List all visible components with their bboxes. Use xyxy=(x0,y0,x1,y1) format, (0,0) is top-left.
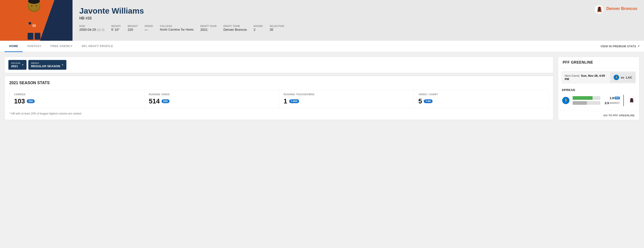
player-position: HB #33 xyxy=(79,16,580,20)
greenline-card: PFF GREENLINE Next Game: Sun, Nov 28, 4:… xyxy=(558,57,640,120)
player-image-area: 33 xyxy=(0,0,72,41)
next-game-row: Next Game: Sun, Nov 28, 4:05 PM vs LAC xyxy=(562,71,636,83)
market-bar-row: 2.5 MARKET xyxy=(572,101,620,105)
stats-title: 2021 SEASON STATS xyxy=(9,81,548,85)
spread-visual: 1.9 PFF 2.5 xyxy=(562,95,636,106)
tab-home[interactable]: HOME xyxy=(4,41,23,52)
pff-badge: PFF xyxy=(614,97,620,99)
player-name: Javonte Williams xyxy=(79,6,580,15)
player-photo: 33 xyxy=(7,0,61,41)
spread-divider xyxy=(624,95,624,106)
pff-bar-fill xyxy=(572,96,592,100)
broncos-spread-logo-icon xyxy=(628,96,636,105)
pff-bar-row: 1.9 PFF xyxy=(572,96,620,100)
stat-rushing-tds: RUSHING TOUCHDOWNS 1 T-45th xyxy=(279,90,414,108)
nav-tabs: HOME FANTASY FREE AGENCY NFL DRAFT PROFI… xyxy=(0,41,644,52)
svg-rect-12 xyxy=(35,33,40,40)
detail-draft-team: DRAFT TEAM Denver Broncos xyxy=(224,25,247,31)
team-logo-area[interactable]: Denver Broncos xyxy=(587,0,644,41)
detail-speed: SPEED — xyxy=(144,25,153,31)
detail-weight: WEIGHT 220 xyxy=(128,25,138,31)
tab-nfl-draft[interactable]: NFL DRAFT PROFILE xyxy=(77,41,118,52)
team-name[interactable]: Denver Broncos xyxy=(606,6,637,11)
stats-section: 2021 SEASON STATS CARRIES 103 25th RUSHI… xyxy=(4,76,553,120)
go-greenline-button[interactable]: GO TO PFF GREENLINE xyxy=(604,114,635,117)
lac-spread-logo-icon xyxy=(562,96,570,105)
stats-grid: CARRIES 103 25th RUSHING YARDS 514 20th xyxy=(9,90,548,108)
stat-carries: CARRIES 103 25th xyxy=(10,90,144,108)
svg-text:33: 33 xyxy=(32,24,36,27)
detail-selection: SELECTION 35 xyxy=(270,25,284,31)
next-game-opponent: vs LAC xyxy=(610,72,636,83)
svg-point-4 xyxy=(31,5,33,6)
greenline-header: PFF GREENLINE xyxy=(558,57,639,68)
weeks-dropdown[interactable]: WEEKS Regular Season ▼ xyxy=(28,60,66,70)
detail-round: ROUND 2 xyxy=(254,25,263,31)
next-game-info: Next Game: Sun, Nov 28, 4:05 PM xyxy=(562,72,610,83)
spread-bars: 1.9 PFF 2.5 xyxy=(572,96,620,105)
dob-value: 2000-04-25 (21.5) xyxy=(79,28,104,31)
opponent-label: vs LAC xyxy=(621,76,632,79)
greenline-footer: GO TO PFF GREENLINE xyxy=(558,111,639,120)
detail-dob: DOB 2000-04-25 (21.5) xyxy=(79,25,104,31)
external-link-icon: ↗ xyxy=(638,45,640,48)
tab-free-agency[interactable]: FREE AGENCY xyxy=(46,41,77,52)
spread-title: SPREAD xyxy=(562,88,636,92)
right-panel: PFF GREENLINE Next Game: Sun, Nov 28, 4:… xyxy=(558,57,640,120)
spread-section: SPREAD xyxy=(558,85,639,111)
market-label: MARKET xyxy=(610,102,620,104)
detail-college: COLLEGE North Carolina Tar Heels xyxy=(160,25,194,31)
weeks-chevron-icon: ▼ xyxy=(62,64,64,66)
stat-rushing-yards: RUSHING YARDS 514 20th xyxy=(144,90,279,108)
player-details: DOB 2000-04-25 (21.5) HEIGHT 5' 10" WEIG… xyxy=(79,25,580,31)
left-panel: SEASON 2021 ▼ WEEKS Regular Season ▼ 202… xyxy=(4,57,553,120)
season-dropdown[interactable]: SEASON 2021 ▼ xyxy=(8,60,26,70)
filters-row: SEASON 2021 ▼ WEEKS Regular Season ▼ xyxy=(4,57,553,73)
broncos-logo-icon xyxy=(594,4,604,14)
main-content: SEASON 2021 ▼ WEEKS Regular Season ▼ 202… xyxy=(0,52,644,125)
stat-yards-per-carry: YARDS / CARRY 5 T-9th xyxy=(414,90,548,108)
player-silhouette: 33 xyxy=(14,0,54,41)
svg-point-10 xyxy=(28,22,31,25)
market-bar-fill xyxy=(572,101,587,105)
season-chevron-icon: ▼ xyxy=(22,64,24,66)
stats-footnote: * HB with at least 20% of league-highest… xyxy=(9,112,548,115)
pff-bar-container xyxy=(572,96,600,100)
premium-stats-link[interactable]: VIEW IN PREMIUM STATS ↗ xyxy=(600,45,640,48)
player-info: Javonte Williams HB #33 DOB 2000-04-25 (… xyxy=(72,0,587,41)
svg-rect-11 xyxy=(28,33,33,40)
player-header: 33 Javonte Williams HB #33 DOB 2000-04-2… xyxy=(0,0,644,41)
lac-logo-icon xyxy=(614,74,619,80)
detail-draft-year: DRAFT YEAR 2021 xyxy=(200,25,217,31)
tab-fantasy[interactable]: FANTASY xyxy=(23,41,46,52)
svg-point-5 xyxy=(35,5,37,6)
greenline-title: PFF GREENLINE xyxy=(563,60,635,64)
detail-height: HEIGHT 5' 10" xyxy=(111,25,121,31)
market-bar-container xyxy=(572,101,600,105)
